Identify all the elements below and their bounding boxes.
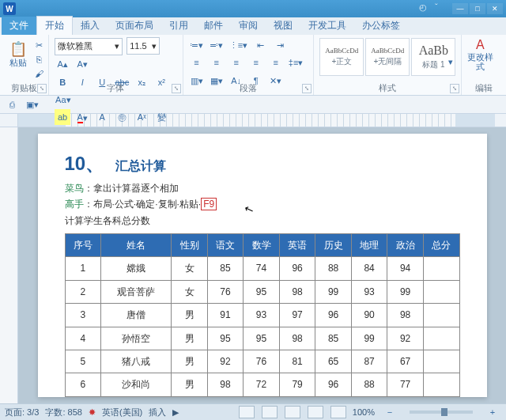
enclose-char-button[interactable]: ㊞ [114,110,130,126]
phonetic-button[interactable]: 變 [153,110,169,126]
numbering-button[interactable]: ≕▾ [209,37,225,53]
tab-7[interactable]: 开发工具 [300,17,354,35]
table-cell: 1 [65,257,101,280]
bullets-button[interactable]: ≔▾ [189,37,205,53]
table-header-cell: 政治 [387,233,424,256]
table-cell: 98 [387,304,424,327]
table-cell [423,373,459,396]
multilevel-button[interactable]: ⋮≡▾ [228,37,248,53]
paste-button[interactable]: 📋 粘贴 [5,36,32,73]
ribbon-collapse-icon[interactable]: ˇ [435,2,447,15]
table-cell: 沙和尚 [101,373,172,396]
format-painter-button[interactable]: 🖌 [31,66,47,81]
table-cell: 76 [207,280,244,303]
table-cell: 79 [279,373,315,396]
font-color-button[interactable]: A▾ [74,110,90,126]
table-cell: 90 [351,304,387,327]
highlight-button[interactable]: ab [55,109,70,125]
view-outline[interactable] [308,406,323,418]
font-size-combo[interactable]: 11.5▾ [126,37,160,55]
tab-file[interactable]: 文件 [2,17,36,35]
status-insert-mode[interactable]: 插入 [149,407,166,418]
status-word-count[interactable]: 字数: 858 [45,407,81,418]
zoom-out-button[interactable]: − [382,404,398,420]
group-clipboard: 📋 粘贴 ✂ ⎘ 🖌 剪贴板 ⤡ [0,35,49,95]
close-button[interactable]: ✕ [487,3,503,14]
proofing-icon[interactable]: ✸ [89,407,96,418]
page-break-button[interactable]: ⎙ [4,96,20,112]
document-area: 10、 汇总计算 菜鸟：拿出计算器逐个相加 高手：布局·公式·确定·复制·粘贴·… [0,127,506,403]
document-scroll[interactable]: 10、 汇总计算 菜鸟：拿出计算器逐个相加 高手：布局·公式·确定·复制·粘贴·… [18,127,506,403]
tab-5[interactable]: 审阅 [231,17,266,35]
table-cell: 5 [65,350,101,373]
table-cell: 男 [172,373,208,396]
status-language[interactable]: 英语(美国) [102,407,142,418]
tab-2[interactable]: 页面布局 [108,17,161,35]
table-cell: 99 [387,280,424,303]
zoom-level[interactable]: 100% [353,407,375,417]
change-case-button[interactable]: Aa▾ [55,92,71,108]
maximize-button[interactable]: □ [470,3,485,14]
status-page[interactable]: 页面: 3/3 [5,407,39,418]
page: 10、 汇总计算 菜鸟：拿出计算器逐个相加 高手：布局·公式·确定·复制·粘贴·… [38,134,487,397]
style-card[interactable]: AaBbCcDd+正文 [319,38,364,76]
zoom-slider[interactable] [410,411,473,414]
char-shading-button[interactable]: A [94,109,110,125]
table-cell: 男 [172,327,208,350]
grow-font-button[interactable]: A▴ [55,57,70,73]
table-cell: 6 [65,373,101,396]
view-print-layout[interactable] [239,406,255,418]
align-left-button[interactable]: ≡ [189,55,205,70]
group-label: 编辑 [462,82,506,94]
table-cell: 4 [65,327,101,350]
minimize-button[interactable]: — [452,3,468,14]
indent-inc-button[interactable]: ⇥ [272,37,288,53]
help-icon[interactable]: ◴ [419,2,432,15]
clipboard-launcher[interactable]: ⤡ [37,84,47,93]
align-right-button[interactable]: ≡ [228,55,244,70]
table-cell: 92 [207,350,244,373]
line-spacing-button[interactable]: ‡≡▾ [288,55,304,71]
macro-record-icon[interactable]: ▶ [172,407,179,418]
view-full-screen[interactable] [262,406,278,418]
indent-dec-button[interactable]: ⇤ [252,37,268,53]
tab-1[interactable]: 插入 [73,17,108,35]
view-web-layout[interactable] [285,406,300,418]
align-center-button[interactable]: ≡ [209,55,225,70]
copy-button[interactable]: ⎘ [31,51,47,67]
tab-4[interactable]: 邮件 [196,17,231,35]
text: 计算学生各科总分数 [65,213,460,229]
cut-button[interactable]: ✂ [31,37,47,53]
view-draft[interactable] [330,406,346,418]
clear-format-button[interactable]: Aᵡ [134,110,149,126]
tab-6[interactable]: 视图 [266,17,300,35]
change-styles-button[interactable]: A 更改样式 [466,36,493,73]
vertical-ruler[interactable] [0,127,18,403]
tab-3[interactable]: 引用 [161,17,196,35]
table-cell: 98 [279,280,315,303]
table-header-row: 序号姓名性别语文数学英语历史地理政治总分 [65,233,459,256]
table-cell: 观音菩萨 [101,280,172,303]
table-row: 4孙悟空男959598859992 [65,327,459,350]
shrink-font-button[interactable]: A▾ [74,57,90,73]
zoom-in-button[interactable]: + [485,404,500,420]
table-cell: 男 [172,350,208,373]
ribbon-tabs: 文件 开始插入页面布局引用邮件审阅视图开发工具办公标签 [0,17,506,35]
table-cell: 96 [315,304,352,327]
table-cell: 84 [351,257,387,280]
table-cell: 男 [172,304,208,327]
group-editing: A 更改样式 编辑 [462,35,506,95]
font-launcher[interactable]: ⤡ [172,84,181,93]
justify-button[interactable]: ≡ [248,55,264,70]
tab-0[interactable]: 开始 [36,16,73,35]
font-name-combo[interactable]: 微软雅黑▾ [55,38,123,55]
nav-dropdown[interactable]: ▣▾ [25,96,40,112]
distributed-button[interactable]: ≡ [268,55,284,70]
table-row: 2观音菩萨女769598999399 [65,280,459,303]
paragraph-launcher[interactable]: ⤡ [302,84,312,93]
styles-more-button[interactable]: ▾ [443,50,459,74]
styles-launcher[interactable]: ⤡ [450,84,459,93]
style-card[interactable]: AaBbCcDd+无间隔 [365,38,410,76]
tab-8[interactable]: 办公标签 [354,17,408,35]
table-cell: 92 [387,327,424,350]
